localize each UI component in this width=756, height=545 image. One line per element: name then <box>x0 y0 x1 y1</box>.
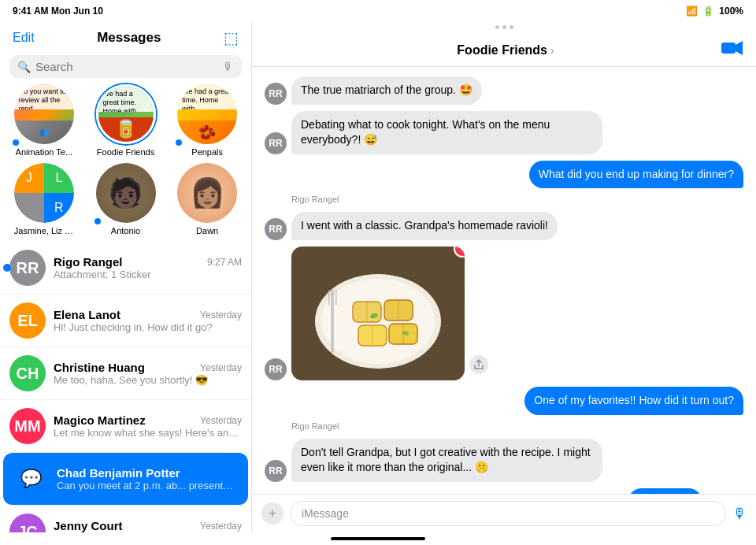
pinned-item-antonio[interactable]: 🧑🏿 Antonio <box>88 163 164 235</box>
pinned-label-dawn: Dawn <box>196 226 218 235</box>
search-bar[interactable]: 🔍 🎙 <box>9 55 242 78</box>
conv-name: Magico Martinez <box>54 413 146 427</box>
svg-rect-16 <box>335 290 337 306</box>
conv-item-magico-martinez[interactable]: MM Magico Martinez Yesterday Let me know… <box>0 400 251 453</box>
pinned-bubble-penpals: We had a great time. Home with... <box>177 84 237 109</box>
conv-item-elena-lanot[interactable]: EL Elena Lanot Yesterday Hi! Just checki… <box>0 295 251 347</box>
conv-info: Christine Huang Yesterday Me too, haha. … <box>54 361 242 386</box>
conv-time: Yesterday <box>200 521 242 532</box>
right-panel: Foodie Friends › RR The true matriarch o… <box>252 22 756 532</box>
share-button[interactable] <box>469 355 488 374</box>
compose-button[interactable]: ⬚ <box>224 28 239 47</box>
msg-avatar: RR <box>265 83 287 105</box>
pinned-item-foodie-friends[interactable]: We had a great time. Home with... 🥫 Food… <box>88 84 164 157</box>
add-button[interactable]: + <box>261 502 284 525</box>
conv-preview: Me too, haha. See you shortly! 😎 <box>54 374 242 386</box>
message-row: What did you end up making for dinner? <box>265 161 743 189</box>
conv-avatar: CH <box>9 355 46 391</box>
mic-button[interactable]: 🎙 <box>732 506 747 522</box>
chat-title-wrap[interactable]: Foodie Friends › <box>457 43 554 57</box>
messages-area[interactable]: RR The true matriarch of the group. 🤩 RR… <box>252 67 756 494</box>
message-row: RR Debating what to cook tonight. What's… <box>265 111 743 154</box>
wifi-icon: 📶 <box>686 6 698 17</box>
sender-label: Rigo Rangel <box>265 195 743 204</box>
edit-button[interactable]: Edit <box>13 31 35 45</box>
message-row-image: RR <box>265 247 743 380</box>
pinned-item-penpals[interactable]: We had a great time. Home with... 🫘 Penp… <box>169 84 245 157</box>
pinned-section: Do you want to review all the rend... 👥 … <box>0 84 251 242</box>
conv-name: Rigo Rangel <box>54 255 123 269</box>
video-call-button[interactable] <box>721 40 743 60</box>
pinned-label-foodie: Foodie Friends <box>97 147 154 157</box>
pinned-label-penpals: Penpals <box>191 147 223 157</box>
message-bubble: What did you end up making for dinner? <box>529 161 743 189</box>
conv-time: Yesterday <box>200 415 242 426</box>
message-bubble: Don't tell Grandpa, but I got creative w… <box>291 439 602 482</box>
msg-avatar: RR <box>265 218 287 240</box>
svg-rect-15 <box>328 290 330 306</box>
pinned-label-jasmine: Jasmine, Liz & Rigo <box>14 226 74 235</box>
home-indicator <box>0 532 756 545</box>
pinned-row-1: Do you want to review all the rend... 👥 … <box>6 84 245 157</box>
sender-label: Rigo Rangel <box>265 421 743 431</box>
message-input[interactable]: iMessage <box>290 501 726 526</box>
battery-icon: 🔋 <box>702 6 714 17</box>
pinned-bubble-foodie: We had a great time. Home with... <box>98 87 154 112</box>
message-bubble: One of my favorites!! How did it turn ou… <box>524 387 743 415</box>
conv-time: 9:27 AM <box>207 257 242 268</box>
pinned-item-dawn[interactable]: 👩🏽 Dawn <box>169 163 245 235</box>
conv-name: Chad Benjamin Potter <box>57 466 180 480</box>
pinned-label-antonio: Antonio <box>111 226 140 235</box>
message-row: One of my favorites!! How did it turn ou… <box>265 387 743 415</box>
pinned-label-animation: Animation Te... <box>16 147 73 157</box>
pinned-bubble-animation: Do you want to review all the rend... <box>14 84 74 109</box>
conv-name: Elena Lanot <box>54 308 120 321</box>
svg-rect-0 <box>721 43 736 54</box>
conv-info: Elena Lanot Yesterday Hi! Just checking … <box>54 308 242 333</box>
conv-preview: Attachment: 1 Sticker <box>54 269 242 280</box>
conv-info: Chad Benjamin Potter Can you meet at 2 p… <box>57 466 239 491</box>
chevron-right-icon: › <box>550 44 554 57</box>
left-panel: Edit Messages ⬚ 🔍 🎙 Do you want to revie… <box>0 22 252 532</box>
conv-item-christine-huang[interactable]: CH Christine Huang Yesterday Me too, hah… <box>0 347 251 400</box>
message-bubble: The true matriarch of the group. 🤩 <box>291 76 482 105</box>
svg-marker-1 <box>736 41 743 55</box>
search-icon: 🔍 <box>17 61 31 73</box>
message-bubble: I went with a classic. Grandpa's homemad… <box>291 212 558 240</box>
pinned-item-animation-te[interactable]: Do you want to review all the rend... 👥 … <box>6 84 82 157</box>
pinned-row-2: J L R Jasmine, Liz & Rigo 🧑🏿 Antonio <box>6 163 245 235</box>
chat-title: Foodie Friends <box>457 43 547 57</box>
home-bar <box>331 537 425 540</box>
pinned-item-jasmine-liz-rigo[interactable]: J L R Jasmine, Liz & Rigo <box>6 163 82 235</box>
msg-col: What's your secret? Read <box>628 488 743 494</box>
message-bubble: Debating what to cook tonight. What's on… <box>291 111 602 154</box>
chat-header: Foodie Friends › <box>252 32 756 67</box>
conv-item-rigo-rangel[interactable]: RR Rigo Rangel 9:27 AM Attachment: 1 Sti… <box>0 242 251 295</box>
conv-info: Rigo Rangel 9:27 AM Attachment: 1 Sticke… <box>54 255 242 280</box>
msg-avatar: RR <box>265 460 287 482</box>
conv-avatar: EL <box>9 302 46 339</box>
image-bubble: ❤️ <box>291 247 465 380</box>
message-row: RR Don't tell Grandpa, but I got creativ… <box>265 439 743 482</box>
unread-dot <box>3 264 11 272</box>
conv-time: Yesterday <box>200 310 242 321</box>
main-content: Edit Messages ⬚ 🔍 🎙 Do you want to revie… <box>0 22 756 532</box>
messages-title: Messages <box>97 30 161 46</box>
status-bar: 9:41 AM Mon Jun 10 📶 🔋 100% <box>0 0 756 22</box>
message-row: RR I went with a classic. Grandpa's home… <box>265 212 743 240</box>
conv-item-chad-benjamin-potter[interactable]: 💬 Chad Benjamin Potter Can you meet at 2… <box>3 453 248 506</box>
conv-preview: Can you meet at 2 p.m. ab... presentatio… <box>57 480 239 491</box>
conv-avatar: 💬 <box>13 461 49 497</box>
conv-info: Jenny Court Yesterday Can't wait to see … <box>54 519 242 532</box>
msg-avatar: RR <box>265 358 287 380</box>
status-icons: 📶 🔋 100% <box>686 6 743 17</box>
search-input[interactable] <box>35 60 218 73</box>
conv-avatar: JC <box>9 513 46 532</box>
dots-indicator <box>252 22 756 32</box>
conv-item-jenny-court[interactable]: JC Jenny Court Yesterday Can't wait to s… <box>0 506 251 532</box>
conv-avatar: RR <box>9 250 46 286</box>
input-bar: + iMessage 🎙 <box>252 494 756 532</box>
msg-avatar: RR <box>265 132 287 154</box>
svg-rect-14 <box>331 290 334 353</box>
conv-preview: Let me know what she says! Here's anothe… <box>54 427 242 439</box>
